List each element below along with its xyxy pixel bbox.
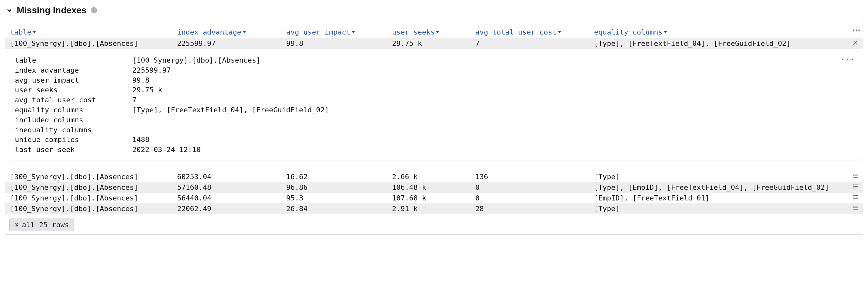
detail-key: unique compiles	[15, 135, 131, 145]
svg-point-29	[853, 206, 854, 207]
svg-marker-8	[664, 31, 667, 33]
table-row-selected[interactable]: [100_Synergy].[dbo].[Absences] 225599.97…	[5, 38, 863, 49]
cell-table: [300_Synergy].[dbo].[Absences]	[10, 173, 175, 181]
table-row[interactable]: [100_Synergy].[dbo].[Absences]57160.4896…	[5, 182, 863, 193]
detail-value	[132, 125, 853, 135]
collapse-chevron-icon[interactable]	[6, 7, 13, 14]
expand-row-button[interactable]	[852, 183, 859, 191]
detail-value: [100_Synergy].[dbo].[Absences]	[132, 56, 853, 65]
cell-avg-total-user-cost: 136	[475, 173, 591, 181]
list-icon	[852, 173, 859, 179]
svg-marker-7	[558, 31, 561, 33]
cell-index-advantage: 57160.48	[177, 183, 284, 191]
detail-kv-row: avg total user cost7	[15, 95, 853, 105]
svg-point-15	[853, 177, 854, 178]
detail-key: avg user impact	[15, 75, 131, 86]
cell-avg-user-impact: 99.8	[286, 39, 390, 48]
cell-user-seeks: 29.75 k	[392, 39, 473, 48]
caret-down-icon	[664, 31, 667, 34]
cell-equality-columns: [Type], [EmpID], [FreeTextField_04], [Fr…	[594, 183, 858, 191]
cell-user-seeks: 106.48 k	[392, 183, 473, 191]
panel-menu-icon[interactable]: ...	[853, 24, 861, 33]
info-icon[interactable]	[90, 7, 97, 14]
cell-index-advantage: 56440.04	[177, 194, 284, 202]
detail-value: 29.75 k	[132, 85, 853, 95]
cell-avg-user-impact: 16.62	[286, 173, 390, 181]
column-header-user-seeks[interactable]: user seeks	[392, 28, 473, 36]
show-all-rows-button[interactable]: all 25 rows	[9, 218, 74, 231]
caret-down-icon	[436, 31, 439, 34]
svg-point-25	[853, 197, 854, 198]
detail-key: last user seek	[15, 145, 131, 155]
svg-marker-6	[436, 31, 439, 33]
cell-table: [100_Synergy].[dbo].[Absences]	[10, 194, 175, 202]
cell-avg-user-impact: 96.86	[286, 183, 390, 191]
column-header-equality-columns[interactable]: equality columns	[594, 28, 858, 36]
list-icon	[852, 194, 859, 201]
detail-kv-row: included columns	[15, 115, 853, 125]
cell-user-seeks: 2.66 k	[392, 173, 473, 181]
detail-value: 1488	[132, 135, 853, 145]
cell-equality-columns: [Type], [FreeTextField_04], [FreeGuidFie…	[594, 39, 858, 48]
cell-index-advantage: 60253.04	[177, 173, 284, 181]
table-header: table index advantage avg user impact us…	[5, 22, 863, 38]
detail-kv-row: table[100_Synergy].[dbo].[Absences]	[15, 56, 853, 65]
cell-equality-columns: [Type]	[594, 205, 858, 213]
detail-kv-row: index advantage225599.97	[15, 65, 853, 75]
detail-key: avg total user cost	[15, 95, 131, 105]
detail-value: 99.8	[132, 75, 853, 86]
cell-table: [100_Synergy].[dbo].[Absences]	[10, 205, 175, 213]
svg-point-27	[853, 198, 854, 200]
detail-value	[132, 115, 853, 125]
svg-point-23	[853, 195, 854, 196]
detail-key: included columns	[15, 115, 131, 125]
detail-kv-row: avg user impact99.8	[15, 75, 853, 86]
detail-kv-row: last user seek2022-03-24 12:10	[15, 145, 853, 155]
detail-value: 225599.97	[132, 65, 853, 75]
caret-down-icon	[243, 31, 246, 34]
column-header-table[interactable]: table	[10, 28, 175, 36]
cell-avg-user-impact: 26.84	[286, 205, 390, 213]
detail-key: inequality columns	[15, 125, 131, 135]
detail-key: equality columns	[15, 105, 131, 115]
cell-equality-columns: [Type]	[594, 173, 858, 181]
detail-kv-row: user seeks29.75 k	[15, 85, 853, 95]
expand-row-button[interactable]	[852, 194, 859, 202]
detail-key: table	[15, 56, 131, 65]
svg-point-31	[853, 208, 854, 209]
svg-point-17	[853, 185, 854, 186]
cell-avg-total-user-cost: 0	[475, 194, 591, 202]
svg-point-13	[853, 176, 854, 177]
missing-indexes-panel: ... table index advantage avg user impac…	[4, 22, 864, 235]
cell-index-advantage: 225599.97	[177, 39, 284, 48]
cell-table: [100_Synergy].[dbo].[Absences]	[10, 183, 175, 191]
expand-row-button[interactable]	[852, 173, 859, 181]
row-detail-panel: ... table[100_Synergy].[dbo].[Absences]i…	[9, 51, 859, 160]
detail-kv-row: inequality columns	[15, 125, 853, 135]
svg-point-21	[853, 188, 854, 189]
column-header-index-advantage[interactable]: index advantage	[177, 28, 284, 36]
svg-rect-1	[94, 10, 94, 11]
cell-avg-total-user-cost: 0	[475, 183, 591, 191]
column-header-avg-total-user-cost[interactable]: avg total user cost	[475, 28, 591, 36]
detail-kv-row: equality columns[Type], [FreeTextField_0…	[15, 105, 853, 115]
caret-down-icon	[33, 31, 36, 34]
footer-label: all 25 rows	[22, 221, 69, 229]
detail-menu-icon[interactable]: ...	[840, 54, 855, 62]
table-row[interactable]: [100_Synergy].[dbo].[Absences]22062.4926…	[5, 203, 863, 214]
detail-key: user seeks	[15, 85, 131, 95]
table-row[interactable]: [300_Synergy].[dbo].[Absences]60253.0416…	[5, 172, 863, 182]
detail-value: 7	[132, 95, 853, 105]
detail-value: 2022-03-24 12:10	[132, 145, 853, 155]
cell-avg-total-user-cost: 28	[475, 205, 591, 213]
cell-avg-total-user-cost: 7	[475, 39, 591, 48]
table-row[interactable]: [100_Synergy].[dbo].[Absences]56440.0495…	[5, 193, 863, 203]
cell-table: [100_Synergy].[dbo].[Absences]	[10, 39, 175, 48]
svg-point-11	[853, 174, 854, 175]
column-header-avg-user-impact[interactable]: avg user impact	[286, 28, 390, 36]
close-row-button[interactable]	[852, 39, 859, 48]
cell-user-seeks: 2.91 k	[392, 205, 473, 213]
cell-index-advantage: 22062.49	[177, 205, 284, 213]
svg-marker-3	[33, 31, 36, 33]
expand-row-button[interactable]	[852, 205, 859, 213]
